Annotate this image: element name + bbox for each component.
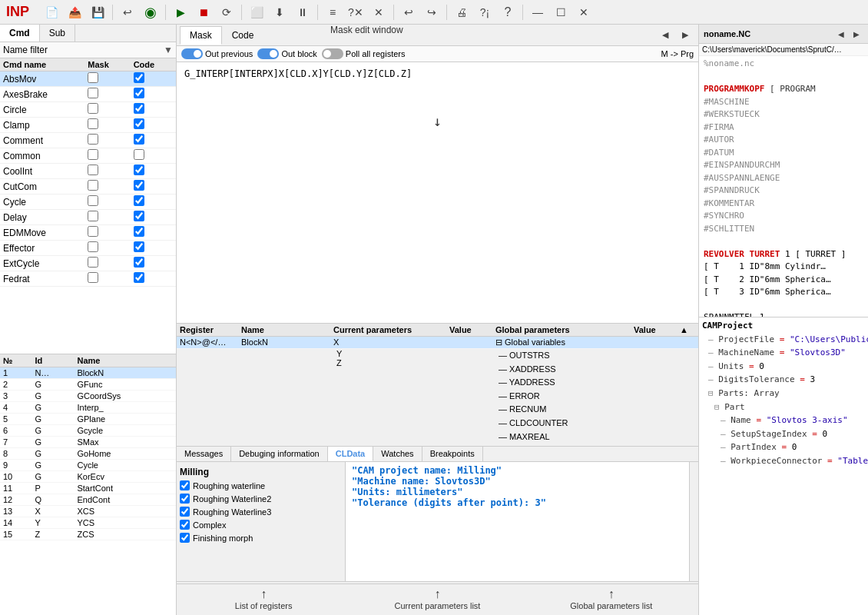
cmd-mask-absmov[interactable] xyxy=(84,71,130,87)
checkbox-complex[interactable] xyxy=(180,520,190,530)
right-nav-back[interactable]: ◀ xyxy=(834,27,848,41)
tab-watches[interactable]: Watches xyxy=(373,447,422,461)
cmd-row-cycle[interactable]: Cycle xyxy=(0,194,176,210)
back-button[interactable]: ↩ xyxy=(399,2,419,22)
cmd-mask-coolint[interactable] xyxy=(84,164,130,179)
tab-code[interactable]: Code xyxy=(222,26,264,45)
cmd-row-axesbrake[interactable]: AxesBrake xyxy=(0,87,176,102)
right-nav-forward[interactable]: ▶ xyxy=(850,27,863,41)
tab-breakpoints[interactable]: Breakpoints xyxy=(422,447,483,461)
tab-messages[interactable]: Messages xyxy=(177,447,231,461)
nav-forward-button[interactable]: ▶ xyxy=(675,25,695,45)
cmd-mask-clamp[interactable] xyxy=(84,118,130,133)
cmd-row-edmmove[interactable]: EDMMove xyxy=(0,225,176,241)
cmd-code-absmov[interactable] xyxy=(131,71,176,87)
list-button[interactable]: ≡ xyxy=(323,2,343,22)
cmd-mask-comment[interactable] xyxy=(84,133,130,148)
close-window-button[interactable]: ✕ xyxy=(574,2,594,22)
cmd-code-effector[interactable] xyxy=(131,241,176,256)
cmd-scroll-area[interactable]: Cmd name Mask Code AbsMov AxesBrake Circ… xyxy=(0,58,176,354)
cmd-code-clamp[interactable] xyxy=(131,118,176,133)
reg-row-7[interactable]: 7 G SMax xyxy=(0,437,176,448)
cmd-code-comment[interactable] xyxy=(131,133,176,148)
pause-button[interactable]: ⏸ xyxy=(293,2,313,22)
script-button[interactable]: ◉ xyxy=(141,2,161,22)
cmd-row-comment[interactable]: Comment xyxy=(0,133,176,148)
stop-button[interactable]: ⏹ xyxy=(194,2,214,22)
mask-code-area[interactable]: G_INTERP[INTERPX]X[CLD.X]Y[CLD.Y]Z[CLD.Z… xyxy=(177,62,698,323)
cmd-code-common[interactable] xyxy=(131,148,176,164)
reg-row-10[interactable]: 10 G KorEcv xyxy=(0,471,176,483)
filter-dropdown-icon[interactable]: ▼ xyxy=(164,45,173,55)
cross-button[interactable]: ✕ xyxy=(369,2,389,22)
checkbox-roughing-waterline2[interactable] xyxy=(180,494,190,504)
cmd-row-delay[interactable]: Delay xyxy=(0,210,176,225)
cmd-code-axesbrake[interactable] xyxy=(131,87,176,102)
reg-row-3[interactable]: 3 G GCoordSys xyxy=(0,391,176,402)
help-button[interactable]: ? xyxy=(498,2,518,22)
tab-sub[interactable]: Sub xyxy=(40,25,75,42)
reg-row-2[interactable]: 2 G GFunc xyxy=(0,379,176,391)
cmd-mask-effector[interactable] xyxy=(84,241,130,256)
col-scroll-btn[interactable]: ▲ xyxy=(680,325,695,334)
nc-code-area[interactable]: %noname.nc PROGRAMMKOPF [ PROGRAM #MASCH… xyxy=(699,56,868,317)
register-row-1[interactable]: N<N>@</… BlockN X ⊟ Global variables xyxy=(177,337,698,349)
cmd-mask-extcycle[interactable] xyxy=(84,256,130,271)
cmd-row-absmov[interactable]: AbsMov xyxy=(0,71,176,87)
reg-row-6[interactable]: 6 G Gcycle xyxy=(0,425,176,437)
cmd-row-extcycle[interactable]: ExtCycle xyxy=(0,256,176,271)
reg-row-11[interactable]: 11 P StartCont xyxy=(0,483,176,494)
cmd-mask-delay[interactable] xyxy=(84,210,130,225)
cam-project-tree[interactable]: CAMProject — ProjectFile = "C:\Users\Pub… xyxy=(699,317,868,615)
cmd-row-effector[interactable]: Effector xyxy=(0,241,176,256)
help-q-button[interactable]: ?¡ xyxy=(475,2,495,22)
minimize-button[interactable]: — xyxy=(528,2,548,22)
block-button[interactable]: ⬜ xyxy=(247,2,267,22)
cmd-row-cutcom[interactable]: CutCom xyxy=(0,179,176,194)
register-scroll[interactable]: N<N>@</… BlockN X ⊟ Global variables YZ … xyxy=(177,337,698,446)
cmd-code-coolint[interactable] xyxy=(131,164,176,179)
cmd-mask-cycle[interactable] xyxy=(84,194,130,210)
nav-back-button[interactable]: ◀ xyxy=(655,25,675,45)
cmd-row-common[interactable]: Common xyxy=(0,148,176,164)
reg-row-9[interactable]: 9 G Cycle xyxy=(0,460,176,471)
reg-row-5[interactable]: 5 G GPlane xyxy=(0,414,176,425)
poll-all-toggle[interactable]: Poll all registers xyxy=(322,48,406,59)
bottom-right-scrollbar[interactable] xyxy=(689,462,698,581)
out-block-toggle[interactable]: Out block xyxy=(257,48,316,59)
open-file-button[interactable]: 📤 xyxy=(65,2,84,22)
cmd-code-circle[interactable] xyxy=(131,102,176,118)
undo-button[interactable]: ↩ xyxy=(118,2,137,22)
print-button[interactable]: 🖨 xyxy=(452,2,472,22)
tab-cldata[interactable]: CLData xyxy=(328,447,374,461)
out-previous-toggle[interactable]: Out previous xyxy=(181,48,253,59)
cmd-mask-common[interactable] xyxy=(84,148,130,164)
cmd-code-edmmove[interactable] xyxy=(131,225,176,241)
tree-root[interactable]: CAMProject xyxy=(702,319,865,333)
name-filter-input[interactable] xyxy=(3,45,164,55)
reg-row-4[interactable]: 4 G Interp_ xyxy=(0,402,176,414)
cmd-code-extcycle[interactable] xyxy=(131,256,176,271)
cmd-code-cycle[interactable] xyxy=(131,194,176,210)
forward-button[interactable]: ↪ xyxy=(422,2,442,22)
reg-row-8[interactable]: 8 G GoHome xyxy=(0,448,176,460)
tab-cmd[interactable]: Cmd xyxy=(0,25,40,42)
tab-mask[interactable]: Mask xyxy=(180,26,222,45)
cmd-code-fedrat[interactable] xyxy=(131,271,176,287)
cmd-mask-circle[interactable] xyxy=(84,102,130,118)
cmd-row-coolint[interactable]: CoolInt xyxy=(0,164,176,179)
cmd-mask-axesbrake[interactable] xyxy=(84,87,130,102)
cmd-mask-edmmove[interactable] xyxy=(84,225,130,241)
reg-row-12[interactable]: 12 Q EndCont xyxy=(0,494,176,506)
cmd-row-fedrat[interactable]: Fedrat xyxy=(0,271,176,287)
checkbox-finishing-morph[interactable] xyxy=(180,533,190,543)
maximize-button[interactable]: ☐ xyxy=(551,2,571,22)
cmd-code-delay[interactable] xyxy=(131,210,176,225)
refresh-button[interactable]: ⟳ xyxy=(217,2,237,22)
tree-part[interactable]: ⊟ Part xyxy=(702,401,865,414)
down-button[interactable]: ⬇ xyxy=(270,2,290,22)
new-file-button[interactable]: 📄 xyxy=(41,2,61,22)
tree-parts[interactable]: ⊟ Parts: Array xyxy=(702,387,865,401)
save-button[interactable]: 💾 xyxy=(88,2,108,22)
play-button[interactable]: ▶ xyxy=(171,2,190,22)
